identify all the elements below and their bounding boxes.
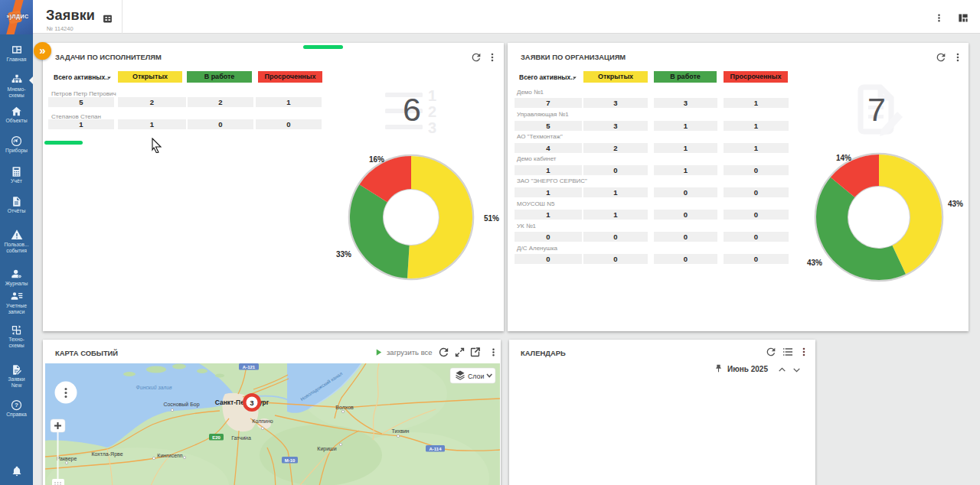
svg-text:А-114: А-114	[429, 447, 442, 451]
svg-text:3: 3	[250, 399, 253, 407]
svg-text:Санкт-Петербург: Санкт-Петербург	[215, 399, 270, 406]
svg-text:А-121: А-121	[243, 365, 256, 369]
svg-text:Колпино: Колпино	[252, 418, 273, 424]
svg-text:Кингисепп: Кингисепп	[157, 453, 183, 458]
svg-text:Раквере: Раквере	[57, 456, 77, 462]
svg-text:Е20: Е20	[212, 435, 220, 440]
svg-text:1: 1	[428, 88, 436, 104]
svg-text:Кириши: Кириши	[317, 446, 336, 452]
svg-text:Гатчина: Гатчина	[231, 435, 251, 441]
svg-text:2: 2	[428, 103, 436, 120]
svg-text:М-10: М-10	[285, 458, 296, 463]
svg-text:Тихвин: Тихвин	[392, 428, 410, 434]
svg-text:3: 3	[428, 119, 436, 136]
svg-text:Сосновый Бор: Сосновый Бор	[163, 402, 199, 408]
svg-text:Слои: Слои	[468, 373, 484, 380]
svg-text:Финский залив: Финский залив	[136, 385, 172, 390]
svg-text:?: ?	[15, 402, 18, 409]
svg-text:Волхов: Волхов	[335, 405, 354, 410]
svg-text:Кохтла-Ярве: Кохтла-Ярве	[91, 451, 122, 457]
